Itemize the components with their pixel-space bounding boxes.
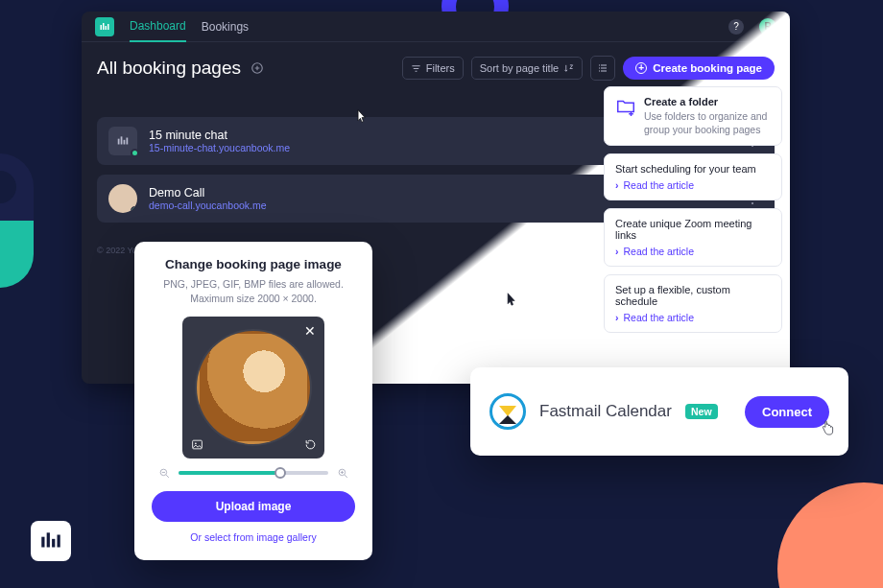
svg-rect-12 <box>127 138 129 145</box>
row-thumb <box>108 127 137 155</box>
row-thumb-avatar <box>108 184 137 213</box>
modal-sub-line2: Maximum size 2000 × 2000. <box>190 293 317 304</box>
select-from-gallery-link[interactable]: select from image gallery <box>204 531 317 543</box>
create-folder-card[interactable]: Create a folder Use folders to organize … <box>604 86 782 146</box>
brand-bars-icon <box>38 529 63 553</box>
svg-rect-5 <box>103 23 105 30</box>
page-title: All booking pages <box>97 58 241 79</box>
sort-label: Sort by page title <box>480 62 560 74</box>
row-url[interactable]: 15-minute-chat.youcanbook.me <box>149 142 290 153</box>
user-avatar[interactable]: R <box>759 18 776 35</box>
modal-sub-line1: PNG, JPEG, GIF, BMP files are allowed. <box>163 278 344 290</box>
card-title: Start scheduling for your team <box>615 163 771 175</box>
decor-circle-bottom-right <box>777 482 883 588</box>
slider-handle[interactable] <box>274 467 286 479</box>
connect-button[interactable]: Connect <box>745 396 829 428</box>
hand-cursor-icon <box>821 420 834 435</box>
tip-card: Set up a flexible, custom schedule Read … <box>604 274 782 333</box>
zoom-in-icon[interactable] <box>336 466 349 480</box>
brand-logo-badge <box>31 521 71 561</box>
svg-rect-7 <box>107 24 109 30</box>
close-icon[interactable]: ✕ <box>301 322 319 340</box>
new-badge: New <box>685 404 718 419</box>
sliders-icon <box>411 63 421 74</box>
tab-dashboard[interactable]: Dashboard <box>130 12 186 42</box>
plus-icon: + <box>635 62 647 74</box>
folder-plus-icon <box>615 96 636 117</box>
brand-bars-icon <box>99 21 110 33</box>
svg-rect-13 <box>192 440 202 449</box>
modal-title: Change booking page image <box>152 257 355 271</box>
sort-button[interactable]: Sort by page title <box>471 57 584 80</box>
image-icon[interactable] <box>188 435 205 453</box>
create-label: Create booking page <box>653 62 762 74</box>
list-icon <box>597 62 609 74</box>
row-url[interactable]: demo-call.youcanbook.me <box>149 200 267 211</box>
card-sub: Use folders to organize and group your b… <box>644 109 771 136</box>
tip-card: Create unique Zoom meeting links Read th… <box>604 208 782 267</box>
card-title: Create a folder <box>644 96 771 107</box>
svg-rect-9 <box>118 139 120 145</box>
footer-copyright: © 2022 Yo <box>97 246 137 255</box>
reset-icon[interactable] <box>301 435 319 453</box>
zoom-slider[interactable] <box>179 471 328 475</box>
tab-bookings[interactable]: Bookings <box>202 12 249 41</box>
brand-bars-icon <box>116 134 130 148</box>
svg-rect-0 <box>41 537 44 548</box>
help-button[interactable]: ? <box>728 19 744 35</box>
status-dot-online <box>131 149 139 157</box>
fastmail-logo-icon <box>489 393 526 430</box>
row-title: Demo Call <box>149 186 267 200</box>
modal-alt-text: Or select from image gallery <box>152 531 355 543</box>
preview-photo <box>197 331 310 444</box>
read-article-link[interactable]: Read the article <box>615 312 771 323</box>
status-dot-online <box>131 206 137 213</box>
fastmail-title: Fastmail Calendar <box>539 402 672 421</box>
change-image-modal: Change booking page image PNG, JPEG, GIF… <box>134 242 372 560</box>
image-preview: ✕ <box>182 317 324 459</box>
decor-pill-left <box>0 153 34 288</box>
zoom-out-icon[interactable] <box>157 466 171 480</box>
row-title: 15 minute chat <box>149 129 290 142</box>
brand-logo-square <box>95 17 114 36</box>
fastmail-connect-card: Fastmail Calendar New Connect <box>470 367 848 456</box>
svg-rect-10 <box>121 136 123 144</box>
filters-button[interactable]: Filters <box>402 57 464 80</box>
svg-rect-1 <box>47 532 50 547</box>
svg-rect-3 <box>58 535 60 548</box>
read-article-link[interactable]: Read the article <box>615 246 771 257</box>
view-list-button[interactable] <box>590 56 615 81</box>
svg-rect-4 <box>101 25 103 30</box>
svg-rect-6 <box>106 26 107 30</box>
side-cards: Create a folder Use folders to organize … <box>604 86 782 333</box>
card-title: Set up a flexible, custom schedule <box>615 284 771 307</box>
read-article-link[interactable]: Read the article <box>615 179 771 191</box>
card-title: Create unique Zoom meeting links <box>615 218 771 241</box>
add-page-icon[interactable] <box>251 61 264 75</box>
svg-point-14 <box>195 442 197 444</box>
tip-card: Start scheduling for your team Read the … <box>604 153 782 200</box>
svg-rect-2 <box>52 539 55 548</box>
svg-rect-11 <box>124 140 126 145</box>
upload-image-button[interactable]: Upload image <box>152 491 355 522</box>
topbar: Dashboard Bookings ? R <box>82 12 790 42</box>
filters-label: Filters <box>426 62 455 74</box>
create-booking-page-button[interactable]: + Create booking page <box>623 57 775 80</box>
sort-az-icon <box>563 63 574 74</box>
plus-circle-icon <box>251 61 264 75</box>
